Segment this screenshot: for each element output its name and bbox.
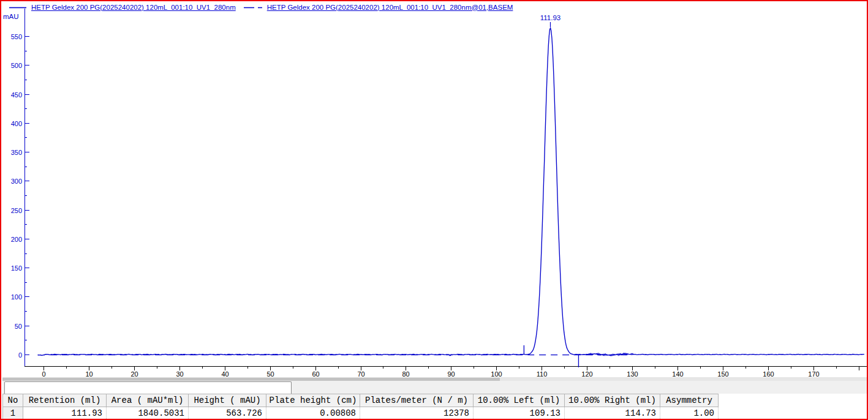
column-header-1[interactable]: Retention (ml) bbox=[23, 394, 107, 407]
peak-table: NoRetention (ml)Area ( mAU*ml)Height ( m… bbox=[2, 394, 719, 420]
value-cell-4: 0.00808 bbox=[266, 407, 360, 420]
y-tick-label: 200 bbox=[11, 236, 22, 243]
y-tick-label: 150 bbox=[11, 264, 22, 272]
uv-trace bbox=[37, 28, 864, 356]
x-tick-label: 130 bbox=[627, 370, 638, 377]
value-cell-5: 12378 bbox=[360, 407, 474, 420]
x-tick-label: 100 bbox=[491, 370, 502, 377]
x-tick-label: 60 bbox=[312, 370, 319, 377]
peak-table-panel: NoRetention (ml)Area ( mAU*ml)Height ( m… bbox=[2, 394, 868, 420]
x-tick-label: 150 bbox=[717, 370, 728, 377]
y-tick-label: 350 bbox=[11, 149, 22, 156]
value-cell-1: 111.93 bbox=[23, 407, 107, 420]
tab-peak-table[interactable]: A: HETP Geldex 200 PG(2025240202) 120mL … bbox=[4, 381, 292, 394]
x-tick-label: 70 bbox=[357, 370, 364, 377]
value-cell-7: 114.73 bbox=[565, 407, 660, 420]
column-header-7[interactable]: 10.00% Right (ml) bbox=[565, 394, 660, 407]
x-tick-label: 20 bbox=[130, 370, 138, 377]
column-header-0[interactable]: No bbox=[3, 394, 23, 407]
y-tick-label: 50 bbox=[15, 323, 22, 330]
y-tick-label: 500 bbox=[11, 62, 22, 69]
column-header-3[interactable]: Height ( mAU) bbox=[189, 394, 266, 407]
y-tick-label: 400 bbox=[11, 120, 22, 127]
y-tick-label: 450 bbox=[11, 91, 22, 99]
value-cell-3: 563.726 bbox=[189, 407, 266, 420]
dashed-line-icon bbox=[243, 4, 263, 11]
y-axis-unit-label: mAU bbox=[3, 13, 19, 20]
y-tick-label: 250 bbox=[11, 207, 22, 214]
column-header-4[interactable]: Plate height (cm) bbox=[266, 394, 360, 407]
x-tick-label: 90 bbox=[447, 370, 455, 377]
legend-item-uv-curve[interactable]: HETP Geldex 200 PG(2025240202) 120mL 001… bbox=[9, 4, 236, 12]
x-tick-label: 0 bbox=[42, 370, 45, 377]
x-tick-label: 80 bbox=[402, 370, 409, 377]
column-header-5[interactable]: Plates/meter (N / m) bbox=[360, 394, 474, 407]
row-number-cell: 1 bbox=[3, 407, 23, 420]
peak-retention-label: 111.93 bbox=[540, 14, 560, 21]
column-header-2[interactable]: Area ( mAU*ml) bbox=[107, 394, 189, 407]
value-cell-6: 109.13 bbox=[474, 407, 565, 420]
peak-table-row[interactable]: 1111.931840.5031563.7260.0080812378109.1… bbox=[3, 407, 719, 420]
x-tick-label: 110 bbox=[537, 370, 548, 377]
legend-label-baseline-curve: HETP Geldex 200 PG(2025240202) 120mL 001… bbox=[267, 4, 513, 12]
column-header-8[interactable]: Asymmetry bbox=[660, 394, 719, 407]
x-tick-label: 40 bbox=[221, 370, 228, 377]
y-tick-label: 300 bbox=[11, 178, 22, 185]
chromatogram-window: HETP Geldex 200 PG(2025240202) 120mL 001… bbox=[0, 0, 868, 420]
column-header-6[interactable]: 10.00% Left (ml) bbox=[474, 394, 565, 407]
x-tick-label: 120 bbox=[581, 370, 592, 377]
result-tab-bar: A: HETP Geldex 200 PG(2025240202) 120mL … bbox=[2, 381, 868, 394]
x-tick-label: 30 bbox=[176, 370, 183, 377]
x-tick-label: 160 bbox=[763, 370, 774, 377]
value-cell-2: 1840.5031 bbox=[107, 407, 189, 420]
y-tick-label: 100 bbox=[11, 293, 22, 301]
solid-line-icon bbox=[9, 4, 27, 11]
x-tick-label: 170 bbox=[808, 370, 819, 377]
legend-item-baseline-curve[interactable]: HETP Geldex 200 PG(2025240202) 120mL 001… bbox=[243, 4, 513, 12]
y-tick-label: 0 bbox=[18, 351, 22, 359]
value-cell-8: 1.00 bbox=[660, 407, 719, 420]
x-tick-label: 10 bbox=[85, 370, 92, 377]
curve-legend: HETP Geldex 200 PG(2025240202) 120mL 001… bbox=[9, 3, 513, 12]
legend-label-uv-curve: HETP Geldex 200 PG(2025240202) 120mL 001… bbox=[31, 4, 236, 12]
x-tick-label: 50 bbox=[266, 370, 274, 377]
peak-table-header-row: NoRetention (ml)Area ( mAU*ml)Height ( m… bbox=[3, 394, 719, 407]
x-tick-label: 140 bbox=[672, 370, 683, 377]
chromatogram-plot-area[interactable]: mAU0501001502002503003504004505005500102… bbox=[1, 1, 868, 377]
y-tick-label: 550 bbox=[11, 33, 22, 40]
